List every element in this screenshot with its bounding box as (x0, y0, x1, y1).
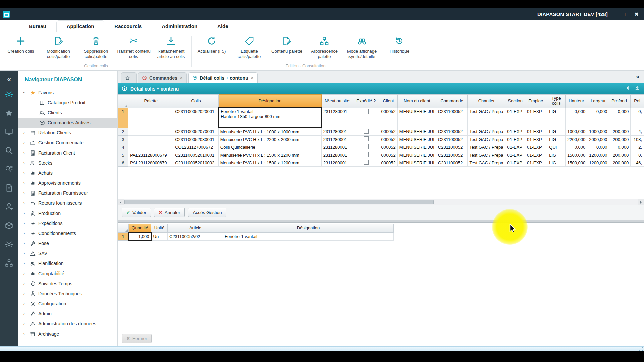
quantite-cell[interactable]: 1,000 (129, 232, 151, 240)
grid-corner[interactable] (118, 95, 128, 108)
tree-item[interactable]: Gestion Commerciale (18, 138, 117, 148)
largeur-cell[interactable]: 0,000 (587, 108, 609, 128)
row-number[interactable]: 5 (118, 151, 128, 159)
annuler-button[interactable]: ✖ Annuler (154, 208, 185, 217)
grid-column-header[interactable]: Hauteur (566, 95, 587, 108)
section-cell[interactable]: 01-EXP (505, 128, 525, 136)
nevt-cell[interactable]: 2311280001 (321, 128, 353, 136)
palette-cell[interactable]: PAL231128000679 (128, 151, 173, 159)
expedie-cell[interactable] (353, 136, 379, 143)
expedie-checkbox[interactable] (364, 109, 369, 114)
scroll-right-button[interactable] (638, 199, 644, 205)
grid-column-header[interactable]: Poi (631, 95, 644, 108)
grid-column-header[interactable]: Chantier (468, 95, 505, 108)
hauteur-cell[interactable]: 1500,000 (566, 151, 587, 159)
tree-item[interactable]: Expéditions (18, 218, 117, 228)
tree-item[interactable]: Administration des données (18, 319, 117, 329)
profond-cell[interactable]: 200,000 (609, 136, 631, 143)
sidebar-module-button[interactable] (0, 142, 18, 161)
tree-item[interactable]: Achats (18, 168, 117, 178)
scroll-left-button[interactable] (118, 199, 124, 205)
tree-item[interactable]: Approvisionnements (18, 178, 117, 188)
sidebar-module-button[interactable] (0, 254, 18, 273)
menu-tab[interactable]: Raccourcis (104, 20, 152, 32)
client-cell[interactable]: 000052 (379, 159, 397, 167)
section-cell[interactable]: 01-EXP (505, 108, 525, 128)
scrollbar-track[interactable] (124, 199, 638, 205)
poids-cell[interactable]: 46, (631, 159, 644, 167)
commande-cell[interactable]: C231100052 (436, 159, 467, 167)
emplac-cell[interactable]: 01-EXP (525, 128, 547, 136)
tree-item[interactable]: Planification (18, 258, 117, 268)
horizontal-scrollbar[interactable] (118, 199, 644, 205)
hauteur-cell[interactable]: 2200,000 (566, 136, 587, 143)
grid-column-header[interactable]: N°evt ou site (321, 95, 353, 108)
designation-cell[interactable]: Fenêtre 1 vantail Hauteur 1350 Largeur 8… (218, 108, 321, 128)
tree-item[interactable]: Facturation Fournisseur (18, 188, 117, 198)
chantier-cell[interactable]: Test GAC / Prepa (468, 143, 505, 151)
expedie-cell[interactable] (353, 108, 379, 128)
poids-cell[interactable]: 0, (631, 151, 644, 159)
ribbon-button[interactable]: Suppression colis/palette (77, 33, 115, 60)
tree-item[interactable]: SAV (18, 248, 117, 258)
largeur-cell[interactable]: 2000,000 (587, 136, 609, 143)
contenu-row[interactable]: 1 1,000 Un C231100052/02 Fenêtre 1 vanta… (118, 232, 394, 240)
grid-column-header[interactable]: Unité (151, 224, 168, 233)
nevt-cell[interactable]: 2311280001 (321, 151, 353, 159)
ribbon-button[interactable]: Actualiser (F5) (193, 33, 230, 55)
palette-cell[interactable]: PAL231128000679 (128, 159, 173, 167)
profond-cell[interactable]: 200,000 (609, 151, 631, 159)
menu-tab[interactable]: Aide (207, 20, 238, 32)
type-colis-cell[interactable]: LIG (547, 159, 566, 167)
designation-cell[interactable]: Menuiserie PVC H x L : 1000 x 1000 mm (218, 128, 321, 136)
grid-column-header[interactable]: Article (168, 224, 223, 233)
chantier-cell[interactable]: Test GAC / Prepa (468, 128, 505, 136)
row-number[interactable]: 4 (118, 143, 128, 151)
article-cell[interactable]: C231100052/02 (168, 232, 223, 240)
grid-corner[interactable] (118, 224, 129, 233)
nevt-cell[interactable]: 2311280001 (321, 159, 353, 167)
nom-client-cell[interactable]: MENUISERIE JUI (397, 143, 436, 151)
poids-cell[interactable]: 2, (631, 143, 644, 151)
colis-cell[interactable]: C231100052070001 (173, 128, 219, 136)
row-number[interactable]: 1 (118, 108, 128, 128)
expedie-cell[interactable] (353, 143, 379, 151)
tree-item[interactable]: Retours fournisseurs (18, 198, 117, 208)
type-colis-cell[interactable]: LIG (547, 136, 566, 143)
grid-column-header[interactable]: Nom du client (397, 95, 436, 108)
grid-row[interactable]: 4 COL231127000672 Colis Quincaillerie 23… (118, 143, 644, 151)
type-colis-cell[interactable]: LIG (547, 151, 566, 159)
scrollbar-thumb[interactable] (124, 200, 434, 204)
document-tab[interactable] (121, 72, 137, 83)
close-icon[interactable]: × (180, 75, 183, 81)
expedie-checkbox[interactable] (364, 144, 369, 149)
expedie-cell[interactable] (353, 159, 379, 167)
largeur-cell[interactable]: 0,000 (587, 143, 609, 151)
emplac-cell[interactable]: 01-EXP (525, 159, 547, 167)
nom-client-cell[interactable]: MENUISERIE JUI (397, 136, 436, 143)
tab-overflow-button[interactable]: » (636, 73, 641, 80)
grid-column-header[interactable]: Section (505, 95, 525, 108)
tree-item[interactable]: Configuration (18, 299, 117, 309)
grid-column-header[interactable]: Palette (128, 95, 173, 108)
panel-tool-button[interactable] (624, 85, 630, 92)
row-number[interactable]: 1 (118, 232, 129, 240)
sidebar-module-button[interactable] (0, 85, 18, 104)
grid-row[interactable]: 1 C231100052020001 Fenêtre 1 vantail Hau… (118, 108, 644, 128)
palette-cell[interactable] (128, 108, 173, 128)
colis-cell[interactable]: C231100052080001 (173, 136, 219, 143)
client-cell[interactable]: 000052 (379, 108, 397, 128)
grid-column-header[interactable]: Client (379, 95, 397, 108)
tree-item[interactable]: Comptabilité (18, 268, 117, 279)
nom-client-cell[interactable]: MENUISERIE JUI (397, 151, 436, 159)
colis-cell[interactable]: C231100052010002 (173, 159, 219, 167)
grid-column-header[interactable]: Désignation (223, 224, 394, 233)
sidebar-module-button[interactable] (0, 236, 18, 254)
grid-row[interactable]: 5 PAL231128000679 C231100052010001 Menui… (118, 151, 644, 159)
chantier-cell[interactable]: Test GAC / Prepa (468, 136, 505, 143)
grid-column-header[interactable]: Profond. (609, 95, 631, 108)
tree-item[interactable]: Pose (18, 238, 117, 248)
designation-cell[interactable]: Colis Quincaillerie (218, 143, 321, 151)
grid-row[interactable]: 3 C231100052080001 Menuiserie PVC H x L … (118, 136, 644, 143)
fermer-button[interactable]: ✖ Fermer (122, 334, 152, 343)
